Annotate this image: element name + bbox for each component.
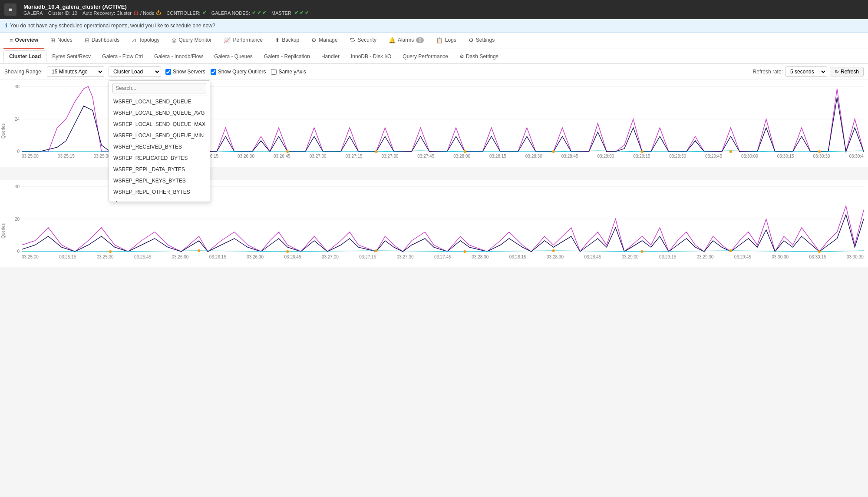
dropdown-item-3[interactable]: WSREP_LOCAL_SEND_QUEUE_MIN [109,130,210,141]
same-yaxis-checkbox[interactable]: Same yAxis [271,69,306,75]
metric-dropdown: WSREP_LOCAL_SEND_QUEUE WSREP_LOCAL_SEND_… [109,80,210,202]
svg-point-10 [729,150,732,153]
subtab-galera-replication[interactable]: Galera - Replication [258,50,316,63]
svg-point-7 [463,150,466,153]
controls-bar: Showing Range: 15 Minutes Ago 30 Minutes… [0,64,868,80]
svg-point-6 [375,150,377,153]
refresh-group: Refresh rate: 5 seconds 10 seconds 30 se… [753,66,864,77]
dropdown-item-7[interactable]: WSREP_REPL_KEYS_BYTES [109,175,210,186]
subtab-galera-flow-ctrl[interactable]: Galera - Flow Ctrl [96,50,149,63]
main-nav: ≡ Overview ⊞ Nodes ⊟ Dashboards ⊿ Topolo… [0,33,868,49]
subtab-query-performance[interactable]: Query Performance [397,50,454,63]
tab-alarms[interactable]: 🔔 Alarms 0 [383,33,430,49]
controller: CONTROLLER: ✔ [166,10,206,16]
svg-point-21 [641,250,644,253]
nodes-icon: ⊞ [50,37,55,43]
topology-icon: ⊿ [132,37,136,43]
show-query-outliers-checkbox[interactable]: Show Query Outliers [211,69,266,75]
manage-icon: ⚙ [311,37,317,43]
galera-label: GALERA [23,10,43,16]
tab-dashboards[interactable]: ⊟ Dashboards [79,33,126,49]
galera-nodes: GALERA NODES: ✔ ✔ ✔ [211,10,266,16]
dropdown-item-9[interactable]: class_name [109,198,210,202]
metric-select[interactable]: Cluster Load [109,66,161,77]
checkbox-group: Show Servers Show Query Outliers Same yA… [165,69,306,75]
dropdown-item-6[interactable]: WSREP_REPL_DATA_BYTES [109,164,210,175]
svg-point-17 [286,250,289,253]
subtab-innodb-disk[interactable]: InnoDB - Disk I/O [345,50,397,63]
info-bar: ℹ You do not have any scheduled operatio… [0,19,868,33]
svg-point-9 [641,150,644,153]
tab-security[interactable]: 🛡 Security [344,33,383,49]
svg-point-5 [286,150,289,153]
y-ticks-2: 40 20 0 [4,184,20,254]
svg-point-19 [463,250,466,253]
dropdown-item-5[interactable]: WSREP_REPLICATED_BYTES [109,152,210,164]
subtab-cluster-load[interactable]: Cluster Load [3,50,46,63]
logs-icon: 📋 [436,37,443,43]
dashboards-icon: ⊟ [85,37,89,43]
tab-backup[interactable]: ⬆ Backup [269,33,305,49]
svg-point-22 [729,249,732,252]
info-message: You do not have any scheduled operationa… [10,23,215,29]
svg-point-23 [818,250,821,253]
range-select[interactable]: 15 Minutes Ago 30 Minutes Ago 1 Hour Ago [47,66,104,77]
power-icon-yellow: ⏻ [156,10,161,16]
svg-point-20 [552,249,555,252]
cluster-meta: GALERA Cluster ID: 10 Auto Recovery: Clu… [23,10,309,16]
svg-point-15 [109,250,112,253]
alarms-badge: 0 [416,37,424,43]
svg-point-18 [375,249,377,252]
settings-icon: ⚙ [469,37,474,43]
y-label-2: Queries [1,223,6,239]
top-bar: ≡ Mariadb_10.4_galera_cluster (ACTIVE) G… [0,0,868,19]
y-ticks-1: 48 24 0 [4,84,20,154]
refresh-icon: ↻ [835,69,839,75]
showing-range-label: Showing Range: [4,69,43,75]
overview-icon: ≡ [10,37,13,43]
dropdown-search-input[interactable] [112,83,206,93]
dropdown-search [109,81,210,96]
dropdown-item-0[interactable]: WSREP_LOCAL_SEND_QUEUE [109,96,210,107]
dropdown-item-4[interactable]: WSREP_RECEIVED_BYTES [109,141,210,152]
subtab-dash-settings[interactable]: ⚙ Dash Settings [454,50,504,63]
tab-logs[interactable]: 📋 Logs [430,33,462,49]
cluster-id: Cluster ID: 10 [48,10,77,16]
master: MASTER: ✔ ✔ ✔ [271,10,309,16]
tab-topology[interactable]: ⊿ Topology [125,33,165,49]
security-icon: 🛡 [350,37,356,43]
refresh-button[interactable]: ↻ Refresh [830,67,864,76]
info-icon: ℹ [5,23,7,29]
dropdown-item-2[interactable]: WSREP_LOCAL_SEND_QUEUE_MAX [109,119,210,130]
gear-icon-dash: ⚙ [459,53,464,60]
dropdown-item-1[interactable]: WSREP_LOCAL_SEND_QUEUE_AVG [109,107,210,119]
auto-recovery: Auto Recovery: Cluster ⏻ / Node ⏻ [83,10,162,16]
y-label-1: Queries [1,123,6,139]
backup-icon: ⬆ [275,37,280,43]
tab-query-monitor[interactable]: ◎ Query Monitor [165,33,218,49]
tab-settings[interactable]: ⚙ Settings [462,33,501,49]
performance-icon: 📈 [224,37,231,43]
refresh-rate-select[interactable]: 5 seconds 10 seconds 30 seconds 1 minute [785,66,827,77]
power-icon-red: ⏻ [133,10,139,16]
show-servers-checkbox[interactable]: Show Servers [165,69,205,75]
refresh-rate-label: Refresh rate: [753,69,783,75]
dropdown-item-8[interactable]: WSREP_REPL_OTHER_BYTES [109,186,210,198]
tab-manage[interactable]: ⚙ Manage [305,33,343,49]
subtab-handler[interactable]: Handler [316,50,345,63]
subtab-galera-queues[interactable]: Galera - Queues [208,50,258,63]
sub-nav: Cluster Load Bytes Sent/Recv Galera - Fl… [0,49,868,64]
x-labels-2: 03:25:00 03:25:15 03:25:30 03:25:45 03:2… [22,254,864,259]
cluster-name: Mariadb_10.4_galera_cluster (ACTIVE) [23,3,309,10]
query-monitor-icon: ◎ [172,37,176,43]
subtab-bytes-sent-recv[interactable]: Bytes Sent/Recv [46,50,96,63]
tab-nodes[interactable]: ⊞ Nodes [44,33,79,49]
subtab-galera-innodb[interactable]: Galera - Innodb/Flow [149,50,208,63]
alarms-icon: 🔔 [389,37,396,43]
svg-point-8 [552,150,555,153]
svg-point-11 [818,150,821,153]
metric-select-container: Cluster Load WSREP_LOCAL_SEND_QUEUE WSRE… [109,66,161,77]
tab-overview[interactable]: ≡ Overview [3,33,44,49]
svg-point-16 [198,249,200,252]
tab-performance[interactable]: 📈 Performance [218,33,269,49]
